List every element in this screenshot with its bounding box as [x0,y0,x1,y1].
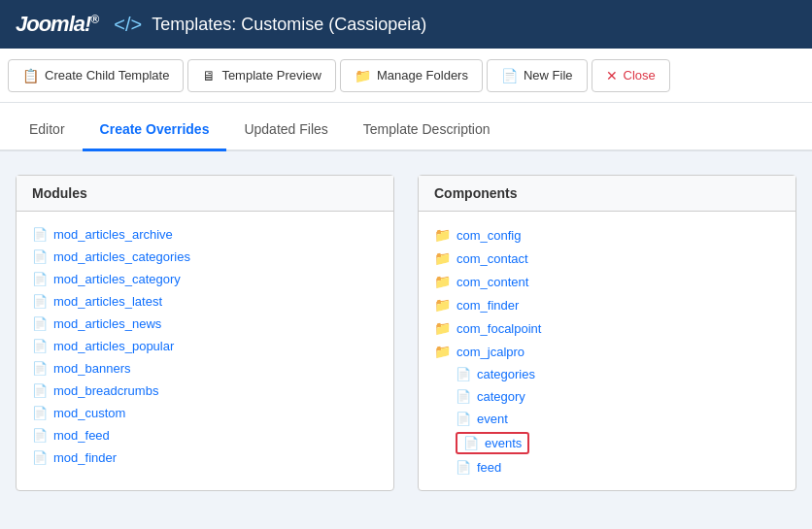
file-icon: 📄 [32,428,48,443]
list-item[interactable]: 📁com_config [434,223,780,247]
tab-updated-files[interactable]: Updated Files [226,110,345,151]
list-item[interactable]: 📄mod_articles_category [32,268,378,290]
com-jcalpro-children: 📄categories 📄category 📄event 📄 events 📄f… [456,363,780,479]
list-item[interactable]: 📁com_finder [434,293,780,316]
manage-folders-label: Manage Folders [377,68,468,83]
com-jcalpro-folder[interactable]: 📁com_jcalpro [434,340,780,363]
code-icon: </> [114,14,142,36]
list-item[interactable]: 📄mod_articles_categories [32,246,378,268]
folder-icon: 📁 [434,297,451,313]
list-item[interactable]: 📄mod_articles_archive [32,223,378,246]
tabs-bar: Editor Create Overrides Updated Files Te… [0,103,812,151]
list-item[interactable]: 📄feed [456,456,780,479]
create-child-template-button[interactable]: 📋 Create Child Template [8,59,184,92]
list-item[interactable]: 📁com_focalpoint [434,316,780,340]
close-label: Close [624,68,656,83]
folder-icon: 📁 [434,320,451,336]
file-icon: 📄 [32,227,48,242]
file-icon: 📄 [456,412,471,426]
components-panel: Components 📁com_config 📁com_contact 📁com… [418,175,796,491]
list-item[interactable]: 📄mod_banners [32,357,378,380]
list-item[interactable]: 📄mod_articles_popular [32,335,378,357]
new-file-button[interactable]: 📄 New File [487,59,588,92]
modules-panel: Modules 📄mod_articles_archive 📄mod_artic… [16,175,394,491]
tab-create-overrides[interactable]: Create Overrides [83,110,227,151]
list-item[interactable]: 📄mod_feed [32,424,378,446]
components-panel-body: 📁com_config 📁com_contact 📁com_content 📁c… [419,212,795,490]
events-highlighted-row[interactable]: 📄 events [456,430,780,456]
template-preview-button[interactable]: 🖥 Template Preview [187,59,336,92]
child-template-icon: 📋 [22,68,39,83]
manage-folders-button[interactable]: 📁 Manage Folders [340,59,483,92]
file-icon: 📄 [32,294,48,309]
new-file-icon: 📄 [501,68,518,83]
list-item[interactable]: 📄mod_articles_latest [32,290,378,313]
tab-template-description[interactable]: Template Description [346,110,508,151]
list-item[interactable]: 📄mod_custom [32,402,378,424]
modules-panel-body: 📄mod_articles_archive 📄mod_articles_cate… [17,212,393,480]
events-item[interactable]: 📄 events [456,432,529,454]
template-preview-label: Template Preview [221,68,321,83]
file-icon: 📄 [32,249,48,264]
joomla-logo: Joomla!® [16,12,98,37]
file-icon: 📄 [463,436,479,450]
list-item[interactable]: 📄mod_finder [32,446,378,469]
new-file-label: New File [524,68,573,83]
file-icon: 📄 [32,339,48,353]
list-item[interactable]: 📁com_content [434,270,780,293]
list-item[interactable]: 📄mod_articles_news [32,313,378,335]
components-panel-header: Components [419,176,795,212]
file-icon: 📄 [456,367,471,381]
create-child-template-label: Create Child Template [45,68,169,83]
folder-icon: 📁 [434,250,451,266]
file-icon: 📄 [32,316,48,331]
modules-panel-header: Modules [17,176,393,212]
list-item[interactable]: 📄event [456,408,780,430]
close-button[interactable]: ✕ Close [592,59,670,92]
file-icon: 📄 [32,406,48,420]
page-title-bar: </> Templates: Customise (Cassiopeia) [114,14,426,36]
content-area: Modules 📄mod_articles_archive 📄mod_artic… [0,151,812,514]
close-icon: ✕ [606,68,618,83]
page-title: Templates: Customise (Cassiopeia) [152,15,426,35]
preview-icon: 🖥 [202,68,216,83]
list-item[interactable]: 📄category [456,385,780,408]
folder-icon: 📁 [434,344,451,359]
folder-icon: 📁 [355,68,371,83]
list-item[interactable]: 📁com_contact [434,247,780,270]
file-icon: 📄 [32,450,48,465]
top-bar: Joomla!® </> Templates: Customise (Cassi… [0,0,812,49]
file-icon: 📄 [32,272,48,286]
toolbar: 📋 Create Child Template 🖥 Template Previ… [0,49,812,103]
tab-editor[interactable]: Editor [12,110,83,151]
list-item[interactable]: 📄categories [456,363,780,385]
file-icon: 📄 [456,389,471,404]
folder-icon: 📁 [434,274,451,289]
file-icon: 📄 [32,361,48,376]
file-icon: 📄 [456,460,471,475]
file-icon: 📄 [32,383,48,398]
folder-icon: 📁 [434,227,451,243]
list-item[interactable]: 📄mod_breadcrumbs [32,380,378,402]
